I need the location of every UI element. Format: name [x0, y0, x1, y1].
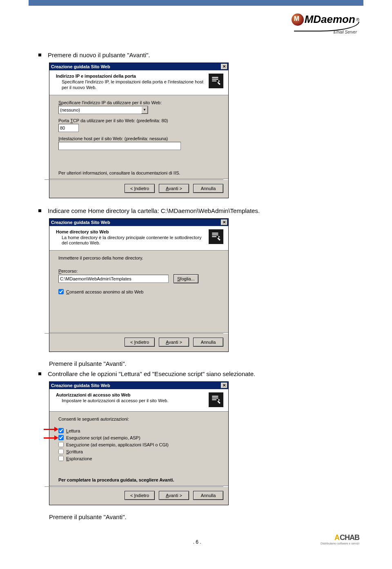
cancel-button[interactable]: Annulla [193, 184, 223, 193]
swoosh-icon [294, 22, 359, 31]
perm-exec-row: Esecuzione (ad esempio, applicazioni ISA… [58, 442, 219, 447]
cancel-button[interactable]: Annulla [193, 491, 223, 500]
dialog-titlebar: Creazione guidata Sito Web ✕ [49, 63, 228, 70]
host-input[interactable] [58, 142, 181, 150]
next-button[interactable]: Avanti > [159, 338, 189, 347]
bullet-text: Premere di nuovo il pulsante "Avanti". [48, 51, 150, 59]
bullet-item: Controllare che le opzioni "Lettura" ed … [38, 370, 351, 378]
dialog-header-sub: La home directory è la directory princip… [62, 235, 205, 246]
perm-write-row: Scrittura [58, 449, 219, 454]
next-button[interactable]: Avanti > [159, 491, 189, 500]
page-footer: . 6 . ACHAB Distribuiamo software e serv… [0, 531, 392, 553]
perm-browse-row: Esplorazione [58, 456, 219, 461]
perm-read-row: Lettura [58, 428, 219, 433]
indent-text: Premere il pulsante "Avanti". [49, 513, 351, 520]
perm-read-checkbox[interactable] [58, 428, 64, 433]
dialog-header-title: Autorizzazioni di accesso sito Web [56, 392, 205, 397]
dialog-home-directory: Creazione guidata Sito Web ✕ Home direct… [49, 218, 229, 352]
path-label: Percorso: [58, 269, 219, 273]
ip-select[interactable] [58, 106, 148, 114]
mdaemon-logo: M MDaemon ® Email Server [292, 13, 359, 34]
browse-button[interactable]: Sfoglia... [174, 274, 198, 283]
logo-reg: ® [356, 17, 359, 22]
dialog-title: Creazione guidata Sito Web [51, 383, 110, 388]
perm-write-checkbox[interactable] [58, 449, 64, 454]
bullet-icon [38, 209, 41, 212]
bullet-item: Indicare come Home directory la cartella… [38, 206, 351, 215]
next-button[interactable]: Avanti > [159, 184, 189, 193]
wizard-icon [209, 74, 223, 88]
wizard-icon [209, 229, 223, 244]
red-arrow-icon [44, 436, 58, 440]
close-button[interactable]: ✕ [221, 220, 227, 225]
ip-select-wrap: ▼ [58, 106, 148, 114]
bullet-text: Controllare che le opzioni "Lettura" ed … [48, 370, 255, 378]
complete-note: Per completare la procedura guidata, sce… [58, 477, 219, 482]
dialog-header-title: Indirizzo IP e impostazioni della porta [56, 74, 205, 78]
red-arrow-icon [44, 427, 58, 431]
dialog-header-sub: Impostare le autorizzazioni di accesso p… [62, 398, 205, 404]
bullet-item: Premere di nuovo il pulsante "Avanti". [38, 51, 351, 59]
dialog-ip-port: Creazione guidata Sito Web ✕ Indirizzo I… [49, 63, 229, 198]
ip-label: Specificare l'indirizzo IP da utilizzare… [58, 100, 219, 105]
achab-logo: ACHAB Distribuiamo software e servizi [321, 533, 359, 545]
iis-info-text: Per ulteriori informazioni, consultare l… [58, 170, 219, 175]
intro-label: Immettere il percorso della home directo… [58, 255, 219, 260]
indent-text: Premere il pulsante "Avanti". [49, 360, 351, 367]
dialog-title: Creazione guidata Sito Web [51, 220, 110, 225]
back-button[interactable]: < Indietro [125, 184, 155, 193]
perm-script-row: Eseguzione script (ad esempio, ASP) [58, 435, 219, 440]
wizard-icon [209, 392, 223, 407]
bullet-icon [38, 372, 41, 375]
path-input[interactable] [58, 275, 169, 283]
bullet-icon [38, 54, 41, 56]
close-button[interactable]: ✕ [221, 383, 227, 388]
anon-access-checkbox[interactable] [58, 289, 64, 294]
perm-browse-checkbox[interactable] [58, 456, 64, 461]
anon-access-row: Consenti accesso anonimo al sito Web [58, 289, 219, 294]
perm-exec-checkbox[interactable] [58, 442, 64, 447]
dialog-titlebar: Creazione guidata Sito Web ✕ [49, 219, 228, 226]
header-logo-area: M MDaemon ® Email Server [0, 6, 392, 51]
cancel-button[interactable]: Annulla [193, 338, 223, 347]
host-label: Intestazione host per il sito Web: (pred… [58, 136, 219, 141]
dialog-header-sub: Specificare l'indirizzo IP, le impostazi… [62, 79, 205, 91]
page-number: . 6 . [74, 539, 321, 545]
bullet-text: Indicare come Home directory la cartella… [48, 206, 260, 215]
perm-intro-label: Consenti le seguenti autorizzazioni: [58, 417, 219, 421]
perm-script-checkbox[interactable] [58, 435, 64, 440]
back-button[interactable]: < Indietro [125, 491, 155, 500]
dialog-header-title: Home directory sito Web [56, 229, 205, 234]
back-button[interactable]: < Indietro [125, 338, 155, 347]
dialog-title: Creazione guidata Sito Web [51, 64, 110, 69]
port-label: Porta TCP da utilizzare per il sito Web:… [58, 118, 219, 123]
dialog-titlebar: Creazione guidata Sito Web ✕ [49, 382, 228, 389]
page-top-bar [29, 0, 363, 6]
dialog-permissions: Creazione guidata Sito Web ✕ Autorizzazi… [49, 381, 229, 505]
close-button[interactable]: ✕ [221, 64, 227, 69]
port-input[interactable] [58, 124, 79, 132]
